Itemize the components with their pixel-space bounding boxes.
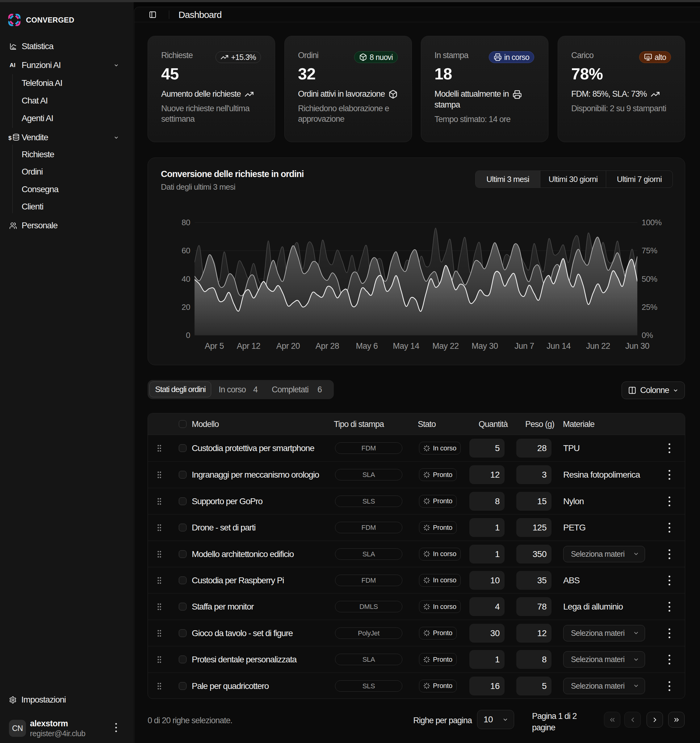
svg-text:Jun 14: Jun 14 [546, 341, 571, 351]
svg-text:50%: 50% [642, 274, 657, 284]
svg-text:Apr 20: Apr 20 [276, 341, 300, 351]
svg-text:25%: 25% [642, 302, 657, 312]
svg-text:May 30: May 30 [471, 341, 498, 351]
svg-text:0: 0 [186, 330, 190, 340]
svg-text:May 22: May 22 [432, 341, 459, 351]
svg-text:0%: 0% [642, 330, 653, 340]
svg-text:75%: 75% [642, 246, 657, 255]
svg-text:May 14: May 14 [393, 341, 419, 351]
svg-text:60: 60 [182, 246, 190, 255]
svg-text:20: 20 [182, 302, 190, 312]
svg-text:Apr 5: Apr 5 [205, 341, 224, 351]
svg-text:Apr 28: Apr 28 [316, 341, 339, 351]
svg-text:Jun 30: Jun 30 [625, 341, 649, 351]
svg-text:40: 40 [182, 274, 190, 284]
svg-text:80: 80 [182, 218, 190, 227]
svg-text:May 6: May 6 [356, 341, 378, 351]
svg-text:Jun 22: Jun 22 [586, 341, 610, 351]
svg-text:100%: 100% [642, 218, 662, 227]
svg-text:Jun 7: Jun 7 [514, 341, 534, 351]
svg-text:Apr 12: Apr 12 [237, 341, 261, 351]
